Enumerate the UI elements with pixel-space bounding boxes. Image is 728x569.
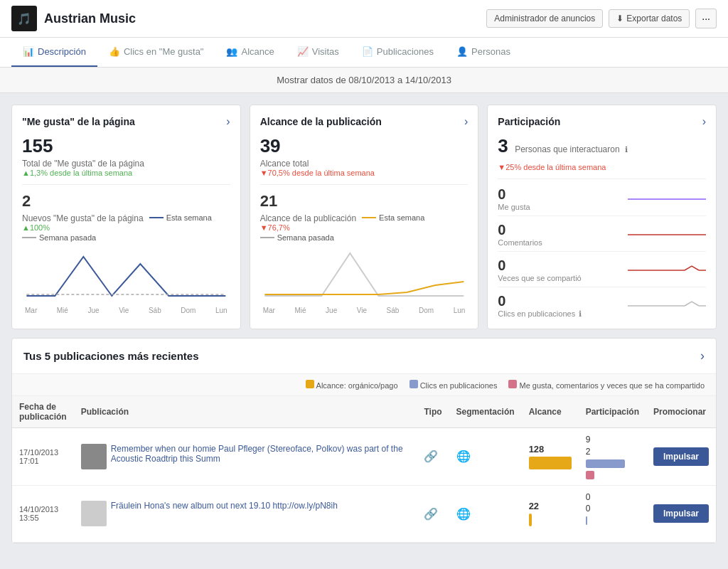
legend-last-week-dot: [22, 237, 36, 238]
legend-this-week-dot: [149, 217, 164, 218]
row2-participacion: 0 0: [579, 485, 646, 543]
row1-part-bars: [586, 459, 639, 479]
publications-table: Fecha depublicación Publicación Tipo Seg…: [12, 396, 716, 543]
tab-visitas[interactable]: 📈 Visitas: [286, 38, 350, 67]
publications-header: Tus 5 publicaciones más recientes ›: [12, 339, 716, 374]
publications-title: Tus 5 publicaciones más recientes: [23, 350, 199, 362]
more-options-button[interactable]: ···: [695, 9, 717, 28]
alcance-icon: 👥: [226, 46, 237, 57]
th-alcance: Alcance: [522, 396, 579, 428]
globe-icon: 🌐: [456, 450, 471, 462]
row1-bar-blue: [586, 459, 625, 468]
row1-pub: Remember when our homie Paul Pfleger (St…: [74, 428, 417, 486]
row2-alcance: 22: [522, 485, 579, 543]
alcance-pub-label: Alcance de la publicación: [260, 213, 356, 223]
row2-pub-link[interactable]: Fräulein Hona's new album out next 19.10…: [111, 501, 338, 511]
legend-engagement-square: [508, 380, 517, 388]
row1-reach-bar: [529, 457, 572, 469]
alcance-arrow[interactable]: ›: [464, 115, 468, 128]
row2-tipo: 🔗: [417, 485, 449, 543]
me-gusta-title: "Me gusta" de la página: [22, 116, 135, 127]
participacion-arrow[interactable]: ›: [702, 115, 706, 128]
nav-tabs: 📊 Descripción 👍 Clics en "Me gusta" 👥 Al…: [0, 38, 728, 68]
publicaciones-icon: 📄: [362, 46, 373, 57]
participacion-persons-label: Personas que interactuaron: [515, 144, 619, 154]
me-gusta-new-number: 2: [22, 192, 230, 211]
legend-organic-square: [306, 380, 314, 388]
page-avatar: 🎵: [11, 6, 37, 31]
descripcion-icon: 📊: [23, 46, 34, 57]
header-right: Administrador de anuncios ⬇ Exportar dat…: [486, 9, 717, 28]
row2-impulsar-button[interactable]: Impulsar: [653, 504, 709, 523]
row1-seg: 🌐: [449, 428, 522, 486]
row1-date: 17/10/2013 17:01: [12, 428, 74, 486]
participacion-card-header: Participación ›: [498, 115, 706, 128]
alcance-pub-change: ▼76,7%: [260, 223, 469, 232]
participacion-title: Participación: [498, 116, 560, 127]
alcance-total-number: 39: [260, 135, 469, 157]
row2-seg: 🌐: [449, 485, 522, 543]
me-gusta-total-change: ▲1,3% desde la última semana: [22, 169, 230, 177]
alcance-xaxis: Mar Mié Jue Vie Sáb Dom Lun: [260, 307, 469, 314]
me-gusta-new-label: Nuevos "Me gusta" de la página: [22, 213, 144, 223]
globe-icon-2: 🌐: [456, 508, 471, 520]
page-title: Austrian Music: [44, 11, 136, 26]
alcance-total-label: Alcance total: [260, 159, 469, 169]
row2-bar-blue: [586, 516, 587, 525]
th-pub: Publicación: [74, 396, 417, 428]
alcance-pub-number: 21: [260, 192, 469, 211]
me-gusta-arrow[interactable]: ›: [226, 115, 230, 128]
row1-impulsar-button[interactable]: Impulsar: [653, 447, 709, 466]
tab-descripcion[interactable]: 📊 Descripción: [11, 38, 97, 67]
th-promo: Promocionar: [646, 396, 716, 428]
admin-ads-button[interactable]: Administrador de anuncios: [486, 9, 603, 28]
table-row: 17/10/2013 17:01 Remember when our homie…: [12, 428, 716, 486]
alcance-title: Alcance de la publicación: [260, 116, 382, 127]
tab-me-gusta[interactable]: 👍 Clics en "Me gusta": [97, 38, 215, 67]
tab-alcance[interactable]: 👥 Alcance: [215, 38, 285, 67]
alcance-card: Alcance de la publicación › 39 Alcance t…: [250, 105, 479, 329]
row2-reach-bar: [529, 514, 532, 526]
me-gusta-xaxis: Mar Mié Jue Vie Sáb Dom Lun: [22, 307, 230, 314]
visitas-icon: 📈: [297, 46, 309, 57]
tab-personas[interactable]: 👤 Personas: [445, 38, 522, 67]
th-date: Fecha depublicación: [12, 396, 74, 428]
row2-pub-cell: Fräulein Hona's new album out next 19.10…: [81, 501, 410, 526]
me-gusta-chart: Mar Mié Jue Vie Sáb Dom Lun: [22, 246, 230, 314]
me-gusta-total-label: Total de "Me gusta" de la página: [22, 159, 230, 169]
th-tipo: Tipo: [417, 396, 449, 428]
participacion-persons-number: 3: [498, 135, 508, 156]
row2-promo: Impulsar: [646, 485, 716, 543]
row2-pub: Fräulein Hona's new album out next 19.10…: [74, 485, 417, 543]
link-icon: 🔗: [424, 450, 438, 462]
me-gusta-card: "Me gusta" de la página › 155 Total de "…: [11, 105, 241, 329]
participacion-persons-change: ▼25% desde la última semana: [498, 163, 706, 171]
row1-participacion: 9 2: [579, 428, 646, 486]
part-megusta-row: 0 Me gusta: [498, 186, 706, 216]
me-gusta-card-header: "Me gusta" de la página ›: [22, 115, 230, 128]
row1-pub-link[interactable]: Remember when our homie Paul Pfleger (St…: [111, 444, 410, 464]
th-seg: Segmentación: [449, 396, 522, 428]
alcance-card-header: Alcance de la publicación ›: [260, 115, 469, 128]
tab-publicaciones[interactable]: 📄 Publicaciones: [350, 38, 445, 67]
th-part: Participación: [579, 396, 646, 428]
header: 🎵 Austrian Music Administrador de anunci…: [0, 0, 728, 38]
link-icon-2: 🔗: [424, 508, 438, 520]
publications-card: Tus 5 publicaciones más recientes › Alca…: [11, 338, 717, 543]
legend-clicks-square: [410, 380, 418, 388]
me-gusta-total-number: 155: [22, 135, 230, 157]
stats-grid: "Me gusta" de la página › 155 Total de "…: [11, 105, 717, 329]
personas-icon: 👤: [456, 46, 468, 57]
publications-arrow[interactable]: ›: [700, 349, 705, 363]
row2-part-bars: [586, 516, 639, 536]
part-compartido-row: 0 Veces que se compartió: [498, 257, 706, 287]
export-data-button[interactable]: ⬇ Exportar datos: [609, 9, 690, 28]
participacion-info-icon: ℹ: [625, 145, 628, 154]
table-header-row: Fecha depublicación Publicación Tipo Seg…: [12, 396, 716, 428]
row1-alcance: 128: [522, 428, 579, 486]
part-clics-row: 0 Clics en publicaciones ℹ: [498, 293, 706, 319]
row1-tipo: 🔗: [417, 428, 449, 486]
me-gusta-new-change: ▲100%: [22, 223, 230, 232]
alcance-chart: Mar Mié Jue Vie Sáb Dom Lun: [260, 246, 469, 314]
row2-thumb: [81, 501, 107, 526]
